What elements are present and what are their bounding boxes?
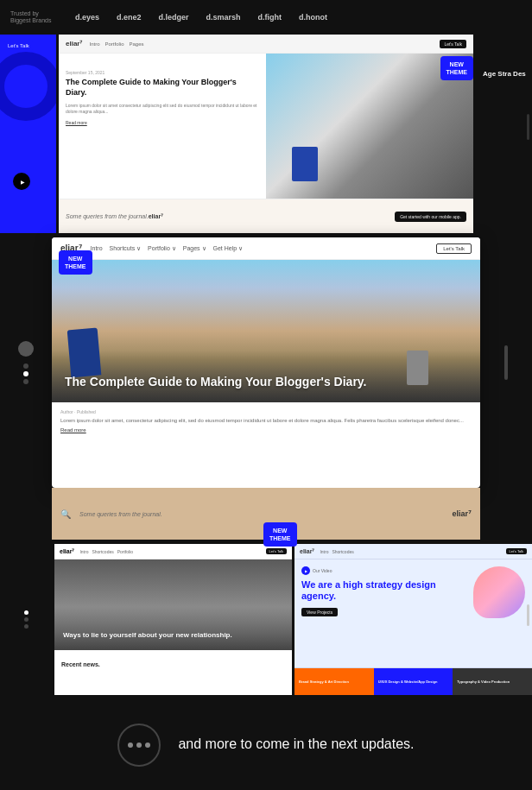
r3-nav-portfolio[interactable]: Portfolio xyxy=(117,549,133,554)
row2-right-strip xyxy=(480,237,532,488)
skater-figure-2 xyxy=(407,351,428,385)
lc-nav-intro[interactable]: Intro xyxy=(91,245,103,252)
agency-text: Age Stra Des xyxy=(483,69,526,79)
service-uxui-label: UI/UX Design & Website/App Design xyxy=(378,679,449,684)
recent-label: Recent news. xyxy=(61,661,100,667)
mobile-app-btn[interactable]: Get started with our mobile app. xyxy=(395,212,466,222)
lc-nav-help[interactable]: Get Help ∨ xyxy=(213,245,244,252)
blog-text-col: September 15, 2021 The Complete Guide to… xyxy=(59,54,266,199)
blog-read-more[interactable]: Read more xyxy=(66,120,259,125)
brand-d-fight: d.fight xyxy=(258,13,282,22)
dot-circle-2 xyxy=(136,743,142,748)
top-header: Trusted by Biggest Brands d.eyes d.ene2 … xyxy=(0,0,532,35)
three-dots xyxy=(128,743,150,748)
r3-agency-content: Our Video We are a high strategy design … xyxy=(294,559,532,667)
large-card-hero-image: The Complete Guide to Making Your Blogge… xyxy=(52,260,480,402)
hero-body: Lorem ipsum dolor sit amet, consectetur … xyxy=(60,417,472,424)
play-button[interactable] xyxy=(13,173,30,190)
new-theme-badge-2: NEWTHEME xyxy=(59,250,92,275)
journal-label: Some queries from the journal. xyxy=(79,511,162,517)
card-left-blue: Let's Talk xyxy=(0,35,56,233)
journal-logo: eliar⁷ xyxy=(452,509,472,518)
agency-services: Brand Strategy & Art Direction UI/UX Des… xyxy=(294,667,532,695)
trusted-label: Trusted by Biggest Brands xyxy=(10,10,58,25)
bottom-text-area: and more to come in the next updates. xyxy=(0,695,532,790)
zoom-icon[interactable]: 🔍 xyxy=(60,509,71,519)
r3-agency-nav: eliar⁷ Intro Shortcodes Let's Talk xyxy=(294,544,532,559)
hero-read-more[interactable]: Read more xyxy=(60,427,472,433)
lc-nav-pages[interactable]: Pages ∨ xyxy=(183,245,206,252)
blog-title: The Complete Guide to Making Your Blogge… xyxy=(66,78,259,98)
r3a-nav-shortcodes[interactable]: Shortcodes xyxy=(332,549,353,554)
mini-dot-1 xyxy=(24,610,28,615)
card-right-dark: Age Stra Des xyxy=(476,35,532,233)
r3-agency-logo: eliar⁷ xyxy=(300,548,314,555)
r3-hero-image: Ways to lie to yourself about your new r… xyxy=(54,559,292,650)
view-projects-btn[interactable]: View Projects xyxy=(301,608,338,616)
r3-blog-lets-talk[interactable]: Let's Talk xyxy=(266,548,287,554)
lets-talk-tag: Let's Talk xyxy=(4,41,33,50)
new-theme-badge-1: NEWTHEME xyxy=(440,56,474,80)
card-r3-agency: eliar⁷ Intro Shortcodes Let's Talk Our V… xyxy=(294,544,532,695)
brand-d-smarsh: d.smarsh xyxy=(206,13,241,22)
dot-circle-1 xyxy=(128,743,133,748)
journal-prompt: Some queries from the journal. xyxy=(66,213,149,219)
dot-3 xyxy=(23,379,28,384)
nav-portfolio[interactable]: Portfolio xyxy=(104,41,124,47)
lc-nav-portfolio[interactable]: Portfolio ∨ xyxy=(148,245,176,252)
r3-scroll xyxy=(527,604,529,626)
app-logo: eliar⁷ xyxy=(149,213,163,220)
decorative-circle xyxy=(0,52,56,121)
nav-intro[interactable]: Intro xyxy=(89,41,99,47)
dot-circle-3 xyxy=(145,743,150,748)
nav-pages[interactable]: Pages xyxy=(130,41,144,47)
lets-talk-btn[interactable]: Let's Talk xyxy=(440,40,466,48)
row3-left-strip xyxy=(0,544,52,695)
r3-blog-nav: eliar⁷ Intro Shortcodes Portfolio Let's … xyxy=(54,544,292,559)
nav-items: Intro Portfolio Pages xyxy=(89,41,143,47)
play-label: Our Video xyxy=(313,568,332,573)
mini-dot-2 xyxy=(24,617,28,622)
card-r3-blog: eliar⁷ Intro Shortcodes Portfolio Let's … xyxy=(54,544,292,695)
r3-blog-nav-items: Intro Shortcodes Portfolio xyxy=(79,549,133,554)
agency-text-part: Our Video We are a high strategy design … xyxy=(301,566,466,660)
mini-dots xyxy=(24,610,28,629)
scroll-handle[interactable] xyxy=(504,345,508,380)
r3-bottom: Recent news. xyxy=(54,650,292,674)
mobile-app-text: Get started with our mobile app. xyxy=(400,214,461,219)
r3-agency-lets-talk[interactable]: Let's Talk xyxy=(506,548,527,554)
r3-agency-nav-items: Intro Shortcodes xyxy=(320,549,353,554)
mini-dot-3 xyxy=(24,624,28,629)
zoom-circle-icon xyxy=(18,341,34,357)
r3-nav-intro[interactable]: Intro xyxy=(79,549,88,554)
agency-title: We are a high strategy design agency. xyxy=(301,579,466,602)
brand-d-eyes: d.eyes xyxy=(75,13,99,22)
row2-left-strip xyxy=(0,237,52,488)
brand-d-honot: d.honot xyxy=(299,13,327,22)
large-card: eliar⁷ Intro Shortcuts ∨ Portfolio ∨ Pag… xyxy=(52,237,480,488)
lc-lets-talk[interactable]: Let's Talk xyxy=(436,243,472,254)
r3-blog-logo: eliar⁷ xyxy=(60,548,74,555)
scroll-bar xyxy=(527,114,529,140)
author-label: Author · Published xyxy=(60,409,472,414)
service-typography: Typography & Video Production xyxy=(453,667,532,695)
hero-text: The Complete Guide to Making Your Blogge… xyxy=(65,375,367,389)
skater-figure xyxy=(67,328,102,378)
lc-nav-shortcuts[interactable]: Shortcuts ∨ xyxy=(110,245,142,252)
r3-hero-text: Ways to lie to yourself about your new r… xyxy=(63,631,232,640)
r3-nav-shortcodes[interactable]: Shortcodes xyxy=(92,549,113,554)
brand-d-ene2: d.ene2 xyxy=(117,13,142,22)
hero-subtitle: Author · Published Lorem ipsum dolor sit… xyxy=(52,402,480,439)
hero-title: The Complete Guide to Making Your Blogge… xyxy=(65,375,367,389)
blog-body: Lorem ipsum dolor sit amet consectetur a… xyxy=(66,103,259,115)
illustration-part xyxy=(473,566,525,660)
r3a-nav-intro[interactable]: Intro xyxy=(320,549,328,554)
card-center-blog: eliar⁷ Intro Portfolio Pages Let's Talk … xyxy=(59,35,473,233)
r3-hero-title: Ways to lie to yourself about your new r… xyxy=(63,631,232,640)
large-card-nav: eliar⁷ Intro Shortcuts ∨ Portfolio ∨ Pag… xyxy=(52,237,480,260)
service-brand: Brand Strategy & Art Direction xyxy=(294,667,374,695)
large-card-nav-items: Intro Shortcuts ∨ Portfolio ∨ Pages ∨ Ge… xyxy=(91,245,244,252)
new-theme-badge-3: NEWTHEME xyxy=(263,522,297,547)
play-dot[interactable] xyxy=(301,566,310,575)
main-area: NEWTHEME NEWTHEME NEWTHEME Let's Talk el… xyxy=(0,35,532,790)
